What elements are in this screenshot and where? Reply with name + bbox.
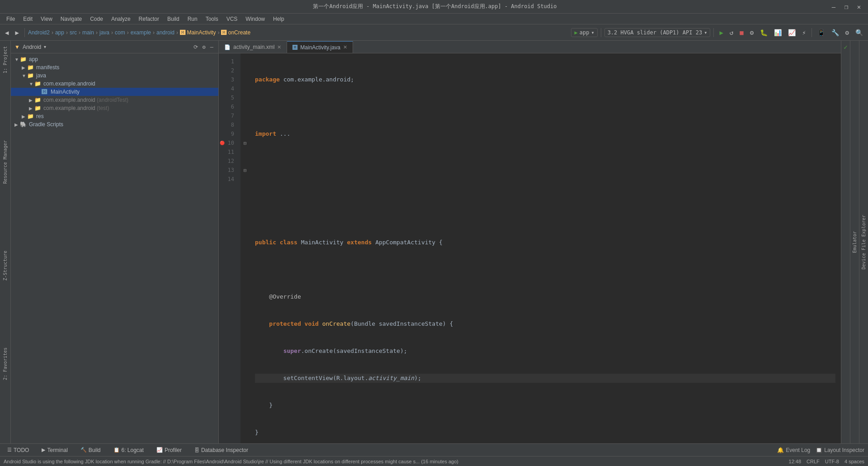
build-tab[interactable]: 🔨 Build <box>77 446 104 454</box>
menu-item-code[interactable]: Code <box>86 15 107 23</box>
expand-arrow-androidtest[interactable]: ▶ <box>29 98 34 103</box>
tree-label-manifests: manifests <box>36 64 59 71</box>
gear-panel-icon[interactable]: ⚙ <box>201 43 207 51</box>
device-dropdown[interactable]: 3.2 HVGA slider (ADP1) API 23 ▾ <box>604 28 711 37</box>
menu-item-view[interactable]: View <box>37 15 56 23</box>
tree-item-com-example[interactable]: ▼ 📁 com.example.android <box>11 80 218 88</box>
sync-panel-icon[interactable]: ⟳ <box>192 43 199 51</box>
tree-item-res[interactable]: ▶ 📁 res <box>11 112 218 120</box>
expand-arrow-manifests[interactable]: ▶ <box>22 65 27 70</box>
expand-arrow-com[interactable]: ▼ <box>29 81 34 86</box>
layout-inspector-button[interactable]: 🔲 Layout Inspector <box>816 447 864 453</box>
menu-item-build[interactable]: Build <box>164 15 183 23</box>
run-config-dropdown[interactable]: ▶ app ▾ <box>571 28 597 37</box>
status-line-ending[interactable]: CRLF <box>807 459 820 464</box>
status-time: 12:48 <box>789 459 802 464</box>
terminal-tab[interactable]: ▶ Terminal <box>38 446 71 454</box>
todo-tab[interactable]: ☰ TODO <box>4 446 33 454</box>
breadcrumb-app[interactable]: app <box>55 29 64 36</box>
code-content[interactable]: package com.example.android; import ... … <box>250 53 841 443</box>
expand-arrow-java[interactable]: ▼ <box>22 73 27 78</box>
menu-item-navigate[interactable]: Navigate <box>57 15 85 23</box>
tree-item-test[interactable]: ▶ 📁 com.example.android (test) <box>11 104 218 112</box>
energy-button[interactable]: ⚡ <box>800 28 808 38</box>
menu-item-file[interactable]: File <box>3 15 19 23</box>
java-file-icon: 🅼 <box>42 89 49 95</box>
favorites-tab[interactable]: 2: Favorites <box>2 344 9 384</box>
breadcrumb-main[interactable]: main <box>82 29 94 36</box>
minimize-button[interactable]: — <box>829 3 838 10</box>
file-tree: ▼ 📁 app ▶ 📁 manifests ▼ 📁 java ▼ <box>11 53 218 443</box>
breadcrumb-android[interactable]: android <box>156 29 175 36</box>
close-button[interactable]: ✕ <box>854 3 863 10</box>
menu-item-refactor[interactable]: Refactor <box>135 15 163 23</box>
tree-label-androidtest: com.example.android (androidTest) <box>43 97 128 103</box>
menu-item-edit[interactable]: Edit <box>19 15 36 23</box>
breadcrumb-java[interactable]: java <box>99 29 109 36</box>
line-num-5: 5 <box>219 93 237 102</box>
run-button[interactable]: ▶ <box>717 28 725 38</box>
menu-item-vcs[interactable]: VCS <box>223 15 241 23</box>
status-encoding[interactable]: UTF-8 <box>825 459 839 464</box>
menu-item-tools[interactable]: Tools <box>202 15 222 23</box>
tab-mainactivity[interactable]: 🅼 MainActivity.java ✕ <box>287 41 353 53</box>
breadcrumb-example[interactable]: example <box>131 29 151 36</box>
fold-marker-13[interactable]: ⊟ <box>241 166 250 175</box>
database-inspector-tab[interactable]: 🗄 Database Inspector <box>191 446 252 454</box>
breadcrumb-com[interactable]: com <box>115 29 125 36</box>
fold-marker-10[interactable]: ⊟ <box>241 138 250 147</box>
menu-bar: FileEditViewNavigateCodeAnalyzeRefactorB… <box>0 14 868 24</box>
settings-button[interactable]: ⚙ <box>843 28 851 38</box>
breadcrumb-oncreate[interactable]: 🅼 onCreate <box>221 29 250 36</box>
menu-item-help[interactable]: Help <box>269 15 288 23</box>
expand-arrow-test[interactable]: ▶ <box>29 106 34 111</box>
tree-item-manifests[interactable]: ▶ 📁 manifests <box>11 63 218 71</box>
tab-close-activity-main[interactable]: ✕ <box>277 44 281 50</box>
folder-icon-androidtest: 📁 <box>34 97 42 103</box>
expand-arrow-gradle[interactable]: ▶ <box>14 122 20 127</box>
code-editor[interactable]: 1 2 3 4 5 6 7 8 9 🔴 10 11 12 13 14 <box>219 53 841 443</box>
validation-ok-icon: ✓ <box>844 41 847 53</box>
attach-button[interactable]: 🐛 <box>758 28 770 38</box>
menu-item-analyze[interactable]: Analyze <box>108 15 134 23</box>
profiler-tab[interactable]: 📈 Profiler <box>153 446 185 454</box>
rerun-button[interactable]: ↺ <box>727 28 736 38</box>
run-config-label: app <box>580 29 590 36</box>
tab-close-mainactivity[interactable]: ✕ <box>343 44 347 50</box>
search-button[interactable]: 🔍 <box>853 28 865 38</box>
line-num-8: 8 <box>219 120 237 129</box>
stop-button[interactable]: ■ <box>737 28 745 38</box>
project-panel-tab[interactable]: 1: Project <box>2 43 9 77</box>
tree-item-mainactivity[interactable]: 🅼 MainActivity <box>11 88 218 96</box>
sdk-button[interactable]: 🔧 <box>829 28 841 38</box>
back-nav-button[interactable]: ◀ <box>3 28 11 38</box>
emulator-label[interactable]: Emulator <box>852 231 857 253</box>
tree-item-java[interactable]: ▼ 📁 java <box>11 71 218 80</box>
breadcrumb-src[interactable]: src <box>70 29 77 36</box>
android-dropdown-icon[interactable]: ▼ <box>14 44 20 50</box>
menu-item-window[interactable]: Window <box>242 15 269 23</box>
coverage-button[interactable]: 📊 <box>772 28 784 38</box>
forward-nav-button[interactable]: ▶ <box>13 28 21 38</box>
z-structure-tab[interactable]: Z-Structure <box>2 247 9 284</box>
logcat-tab[interactable]: 📋 6: Logcat <box>110 446 147 454</box>
status-indent[interactable]: 4 spaces <box>844 459 864 464</box>
expand-arrow-app[interactable]: ▼ <box>14 57 20 62</box>
breadcrumb-android2[interactable]: Android2 <box>28 29 50 36</box>
breadcrumb-mainactivity[interactable]: 🅼 MainActivity <box>180 29 216 36</box>
collapse-panel-icon[interactable]: — <box>209 43 215 51</box>
tree-item-app[interactable]: ▼ 📁 app <box>11 55 218 63</box>
device-file-explorer-label[interactable]: Device File Explorer <box>861 215 866 269</box>
tab-activity-main[interactable]: 📄 activity_main.xml ✕ <box>219 41 287 53</box>
profile-button[interactable]: 📈 <box>786 28 798 38</box>
event-log-button[interactable]: 🔔 Event Log <box>777 447 810 453</box>
tree-item-gradle[interactable]: ▶ 🐘 Gradle Scripts <box>11 120 218 128</box>
tree-item-androidtest[interactable]: ▶ 📁 com.example.android (androidTest) <box>11 96 218 104</box>
avd-button[interactable]: 📱 <box>815 28 827 38</box>
sync-button[interactable]: ⚙ <box>748 28 756 38</box>
resource-manager-tab[interactable]: Resource Manager <box>2 137 9 187</box>
maximize-button[interactable]: ❐ <box>842 3 851 10</box>
tree-label-test: com.example.android (test) <box>43 105 109 111</box>
menu-item-run[interactable]: Run <box>184 15 201 23</box>
expand-arrow-res[interactable]: ▶ <box>22 114 27 119</box>
